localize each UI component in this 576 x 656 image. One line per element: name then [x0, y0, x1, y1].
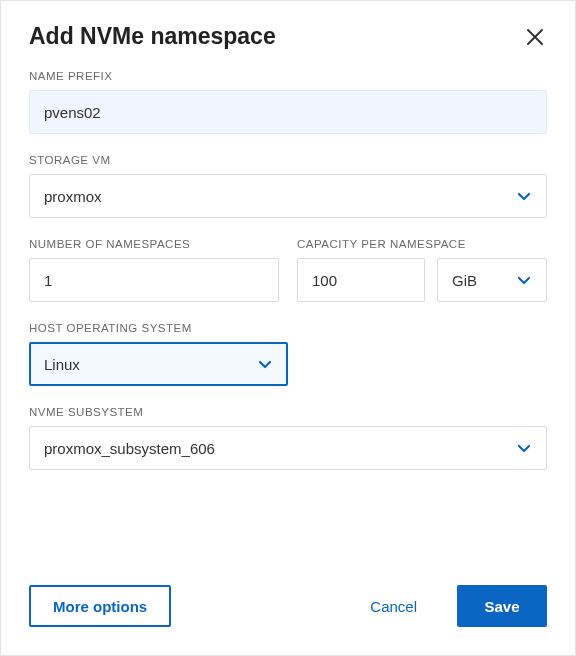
- name-prefix-input[interactable]: [29, 90, 547, 134]
- host-os-group: HOST OPERATING SYSTEM Linux: [29, 322, 547, 386]
- capacity-label: CAPACITY PER NAMESPACE: [297, 238, 547, 250]
- num-namespaces-label: NUMBER OF NAMESPACES: [29, 238, 279, 250]
- host-os-select[interactable]: Linux: [29, 342, 288, 386]
- capacity-input[interactable]: [297, 258, 425, 302]
- save-button[interactable]: Save: [457, 585, 547, 627]
- name-prefix-group: NAME PREFIX: [29, 70, 547, 134]
- dialog-footer: More options Cancel Save: [29, 585, 547, 627]
- capacity-unit-select[interactable]: GiB: [437, 258, 547, 302]
- host-os-value: Linux: [44, 356, 80, 373]
- name-prefix-label: NAME PREFIX: [29, 70, 547, 82]
- chevron-down-icon: [516, 440, 532, 456]
- storage-vm-label: STORAGE VM: [29, 154, 547, 166]
- chevron-down-icon: [516, 188, 532, 204]
- capacity-group: CAPACITY PER NAMESPACE GiB: [297, 238, 547, 302]
- dialog-title: Add NVMe namespace: [29, 23, 276, 50]
- num-namespaces-group: NUMBER OF NAMESPACES: [29, 238, 279, 302]
- close-icon[interactable]: [523, 25, 547, 49]
- nvme-subsystem-group: NVME SUBSYSTEM proxmox_subsystem_606: [29, 406, 547, 470]
- chevron-down-icon: [516, 272, 532, 288]
- storage-vm-group: STORAGE VM proxmox: [29, 154, 547, 218]
- more-options-button[interactable]: More options: [29, 585, 171, 627]
- dialog-header: Add NVMe namespace: [29, 23, 547, 50]
- nvme-subsystem-label: NVME SUBSYSTEM: [29, 406, 547, 418]
- chevron-down-icon: [257, 356, 273, 372]
- nvme-subsystem-select[interactable]: proxmox_subsystem_606: [29, 426, 547, 470]
- add-nvme-namespace-dialog: Add NVMe namespace NAME PREFIX STORAGE V…: [1, 1, 575, 655]
- host-os-label: HOST OPERATING SYSTEM: [29, 322, 547, 334]
- nvme-subsystem-value: proxmox_subsystem_606: [44, 440, 215, 457]
- num-namespaces-input[interactable]: [29, 258, 279, 302]
- capacity-unit-value: GiB: [452, 272, 477, 289]
- storage-vm-value: proxmox: [44, 188, 102, 205]
- cancel-button[interactable]: Cancel: [348, 585, 439, 627]
- storage-vm-select[interactable]: proxmox: [29, 174, 547, 218]
- count-capacity-row: NUMBER OF NAMESPACES CAPACITY PER NAMESP…: [29, 238, 547, 302]
